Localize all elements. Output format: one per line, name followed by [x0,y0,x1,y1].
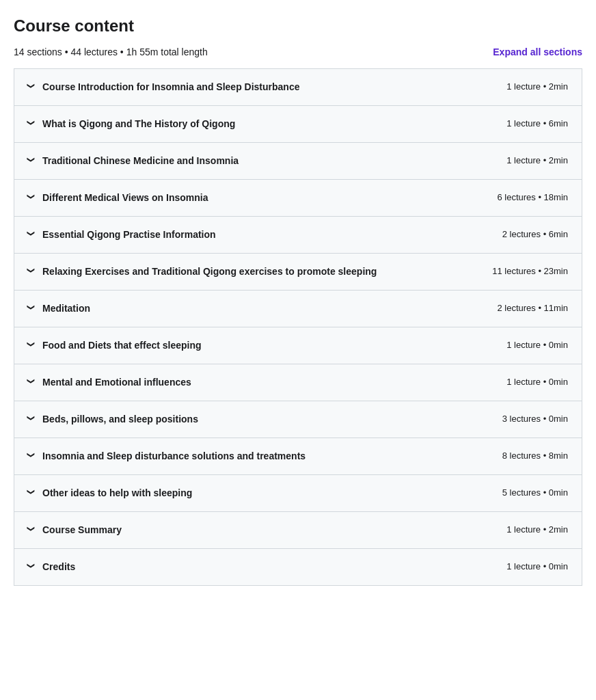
section-meta: 1 lecture • 0min [506,377,568,387]
section-meta: 5 lectures • 0min [502,487,568,498]
section-row[interactable]: ❯Course Summary1 lecture • 2min [14,512,582,549]
chevron-down-icon: ❯ [27,563,36,569]
section-meta: 2 lectures • 11min [497,303,568,313]
chevron-down-icon: ❯ [27,489,36,495]
chevron-down-icon: ❯ [27,120,36,126]
section-row[interactable]: ❯Different Medical Views on Insomnia6 le… [14,180,582,217]
section-title: Different Medical Views on Insomnia [42,191,489,205]
section-title: What is Qigong and The History of Qigong [42,117,498,131]
section-row[interactable]: ❯Meditation2 lectures • 11min [14,291,582,327]
expand-all-button[interactable]: Expand all sections [493,46,582,57]
section-meta: 1 lecture • 6min [506,118,568,129]
chevron-down-icon: ❯ [27,452,36,458]
chevron-down-icon: ❯ [27,341,36,347]
section-title: Mental and Emotional influences [42,375,498,390]
section-title: Meditation [42,301,489,316]
section-meta: 1 lecture • 2min [506,81,568,92]
section-row[interactable]: ❯Beds, pillows, and sleep positions3 lec… [14,401,582,438]
section-row[interactable]: ❯Essential Qigong Practise Information2 … [14,217,582,254]
section-meta: 6 lectures • 18min [497,192,568,202]
section-title: Credits [42,560,498,574]
section-title: Traditional Chinese Medicine and Insomni… [42,154,498,168]
section-title: Course Summary [42,523,498,537]
chevron-down-icon: ❯ [27,304,36,310]
chevron-down-icon: ❯ [27,157,36,163]
chevron-down-icon: ❯ [27,193,36,200]
section-row[interactable]: ❯Insomnia and Sleep disturbance solution… [14,438,582,475]
chevron-down-icon: ❯ [27,415,36,421]
section-meta: 2 lectures • 6min [502,229,568,239]
section-meta: 8 lectures • 8min [502,450,568,461]
section-row[interactable]: ❯What is Qigong and The History of Qigon… [14,106,582,143]
section-row[interactable]: ❯Course Introduction for Insomnia and Sl… [14,69,582,106]
section-row[interactable]: ❯Other ideas to help with sleeping5 lect… [14,475,582,512]
section-meta: 1 lecture • 2min [506,524,568,535]
section-title: Course Introduction for Insomnia and Sle… [42,80,498,94]
chevron-down-icon: ❯ [27,267,36,273]
chevron-down-icon: ❯ [27,526,36,532]
chevron-down-icon: ❯ [27,230,36,237]
section-row[interactable]: ❯Traditional Chinese Medicine and Insomn… [14,143,582,180]
chevron-down-icon: ❯ [27,378,36,384]
section-title: Other ideas to help with sleeping [42,486,494,500]
section-meta: 1 lecture • 2min [506,155,568,165]
section-meta: 1 lecture • 0min [506,340,568,350]
section-row[interactable]: ❯Credits1 lecture • 0min [14,549,582,585]
section-title: Beds, pillows, and sleep positions [42,412,494,427]
section-row[interactable]: ❯Mental and Emotional influences1 lectur… [14,364,582,401]
section-meta: 1 lecture • 0min [506,561,568,571]
course-meta-row: 14 sections • 44 lectures • 1h 55m total… [14,46,582,57]
section-row[interactable]: ❯Food and Diets that effect sleeping1 le… [14,327,582,364]
section-title: Relaxing Exercises and Traditional Qigon… [42,265,484,279]
section-row[interactable]: ❯Relaxing Exercises and Traditional Qigo… [14,254,582,291]
section-title: Insomnia and Sleep disturbance solutions… [42,449,494,463]
page-title: Course content [14,16,582,36]
course-meta-text: 14 sections • 44 lectures • 1h 55m total… [14,46,208,57]
section-title: Essential Qigong Practise Information [42,228,494,242]
sections-container: ❯Course Introduction for Insomnia and Sl… [14,68,582,586]
section-meta: 3 lectures • 0min [502,414,568,424]
section-meta: 11 lectures • 23min [492,266,568,276]
chevron-down-icon: ❯ [27,83,36,89]
section-title: Food and Diets that effect sleeping [42,338,498,353]
